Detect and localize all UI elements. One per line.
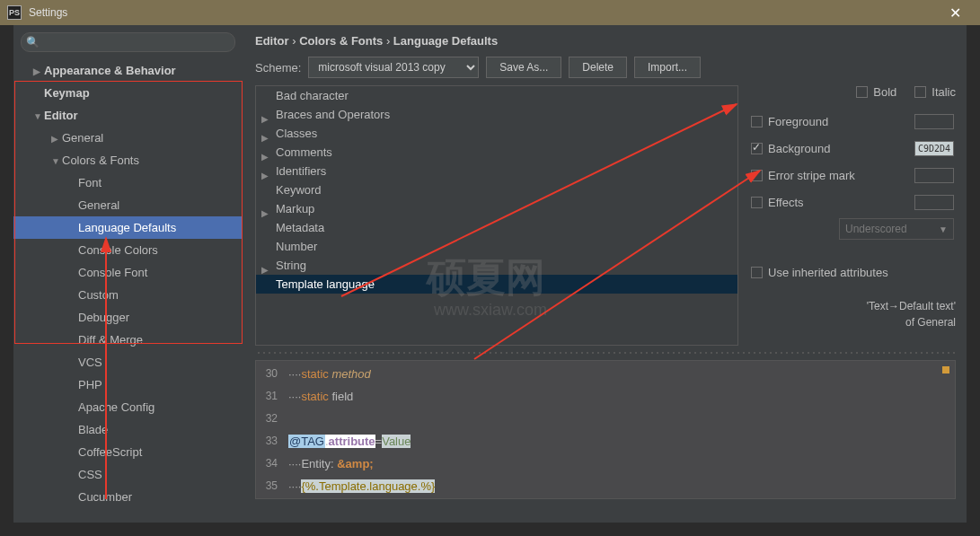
category-row[interactable]: Bad character <box>256 86 737 105</box>
tree-item[interactable]: Diff & Merge <box>13 329 243 351</box>
tree-item[interactable]: Apache Config <box>13 396 243 418</box>
titlebar: PS Settings ✕ <box>0 0 980 25</box>
foreground-checkbox[interactable]: Foreground <box>751 115 828 128</box>
tree-item[interactable]: PHP <box>13 373 243 396</box>
tree-item[interactable]: Cucumber <box>13 486 243 508</box>
search-input[interactable] <box>21 32 235 52</box>
tree-item[interactable]: Blade <box>13 418 243 441</box>
foreground-swatch[interactable] <box>914 114 954 129</box>
tree-item[interactable]: ▶Appearance & Behavior <box>13 59 243 82</box>
background-swatch[interactable]: C9D2D4 <box>914 141 954 156</box>
tree-item[interactable]: CoffeeScript <box>13 441 243 463</box>
tree-item[interactable]: Debugger <box>13 306 243 329</box>
attributes-panel: Bold Italic Foreground Background C9D2D4… <box>751 85 956 346</box>
save-as-button[interactable]: Save As... <box>486 57 561 78</box>
tree-item[interactable]: Keymap <box>13 82 243 104</box>
tree-item[interactable]: ▶General <box>13 127 243 149</box>
tree-item[interactable]: Console Font <box>13 261 243 284</box>
general-link[interactable]: General <box>917 316 956 329</box>
watermark-url: www.sxiaw.com <box>434 301 547 320</box>
scheme-label: Scheme: <box>255 61 301 75</box>
delete-button[interactable]: Delete <box>569 57 627 78</box>
tree-item[interactable]: ▼Colors & Fonts <box>13 149 243 171</box>
category-row[interactable]: ▶Braces and Operators <box>256 105 737 124</box>
sidebar: 🔍 ▶Appearance & BehaviorKeymap▼Editor▶Ge… <box>13 25 243 523</box>
window-title: Settings <box>29 6 67 19</box>
inherit-link-row: of General <box>751 316 956 329</box>
tree-item[interactable]: Font <box>13 171 243 194</box>
effects-swatch[interactable] <box>914 195 954 210</box>
inherited-checkbox[interactable]: Use inherited attributes <box>751 266 888 279</box>
search-icon: 🔍 <box>26 36 40 48</box>
settings-tree[interactable]: ▶Appearance & BehaviorKeymap▼Editor▶Gene… <box>13 57 243 523</box>
category-row[interactable]: ▶Classes <box>256 124 737 143</box>
import-button[interactable]: Import... <box>634 57 701 78</box>
tree-item[interactable]: Console Colors <box>13 239 243 261</box>
category-row[interactable]: ▶Markup <box>256 199 737 218</box>
effects-type-select[interactable]: Underscored▼ <box>839 218 954 240</box>
inherit-source: 'Text→Default text' <box>751 300 956 312</box>
stripe-checkbox[interactable]: Error stripe mark <box>751 169 855 182</box>
tree-item[interactable]: Custom <box>13 284 243 306</box>
effects-checkbox[interactable]: Effects <box>751 196 804 209</box>
category-row[interactable]: ▶Identifiers <box>256 162 737 180</box>
close-icon[interactable]: ✕ <box>937 4 973 22</box>
code-preview: 303132333435 ····static method ····stati… <box>255 360 956 499</box>
breadcrumb: Editor › Colors & Fonts › Language Defau… <box>255 34 956 48</box>
app-icon: PS <box>7 5 22 20</box>
tree-item[interactable]: VCS <box>13 351 243 373</box>
watermark-title: 硕夏网 <box>427 251 545 304</box>
background-checkbox[interactable]: Background <box>751 142 830 155</box>
stripe-swatch[interactable] <box>914 168 954 183</box>
category-row[interactable]: Metadata <box>256 218 737 237</box>
bold-checkbox[interactable]: Bold <box>856 85 896 99</box>
scheme-select[interactable]: microsoft visual 2013 copy <box>308 57 479 78</box>
tree-item[interactable]: ▼Editor <box>13 104 243 127</box>
category-row[interactable]: ▶Comments <box>256 143 737 162</box>
tree-item[interactable]: CSS <box>13 463 243 486</box>
italic-checkbox[interactable]: Italic <box>914 85 956 99</box>
tree-item[interactable]: General <box>13 194 243 216</box>
category-row[interactable]: Keyword <box>256 180 737 199</box>
main-panel: Editor › Colors & Fonts › Language Defau… <box>243 25 967 523</box>
preview-marker <box>942 366 949 373</box>
tree-item[interactable]: Language Defaults <box>13 216 243 239</box>
splitter[interactable] <box>255 349 956 356</box>
